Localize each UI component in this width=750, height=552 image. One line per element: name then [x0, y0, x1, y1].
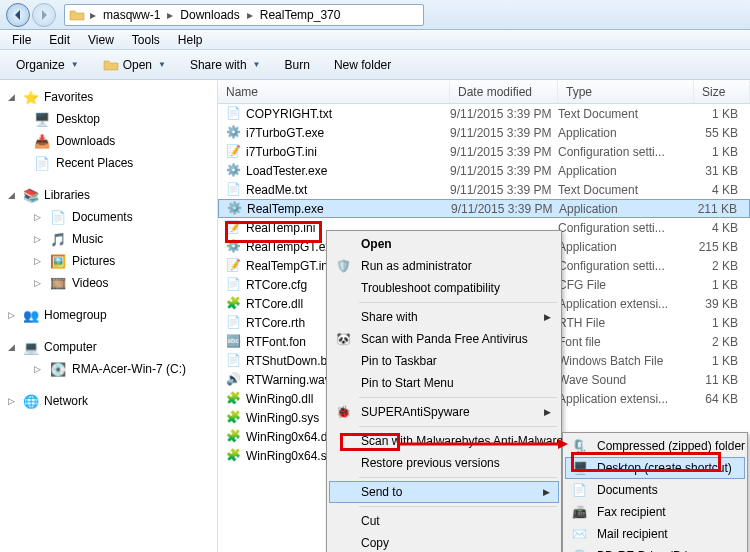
breadcrumb-segment[interactable]: RealTemp_370 — [254, 6, 347, 24]
file-size: 1 KB — [694, 278, 750, 292]
file-name: WinRing0x64.sys — [246, 449, 339, 463]
file-name: RealTempGT.exe — [246, 240, 338, 254]
file-row[interactable]: 📄ReadMe.txt9/11/2015 3:39 PMText Documen… — [218, 180, 750, 199]
file-icon: 🧩 — [226, 296, 242, 312]
bug-icon: 🐞 — [334, 403, 352, 421]
file-type: Application extensi... — [558, 392, 694, 406]
burn-button[interactable]: Burn — [275, 55, 320, 75]
tree-expand-icon: ▷ — [34, 212, 44, 222]
menu-help[interactable]: Help — [170, 31, 211, 49]
file-type: Font file — [558, 335, 694, 349]
file-name: COPYRIGHT.txt — [246, 107, 332, 121]
nav-desktop[interactable]: 🖥️Desktop — [4, 108, 217, 130]
menu-edit[interactable]: Edit — [41, 31, 78, 49]
file-type: Configuration setti... — [558, 259, 694, 273]
col-size[interactable]: Size — [694, 81, 750, 103]
chevron-right-icon: ▸ — [246, 8, 254, 22]
new-folder-button[interactable]: New folder — [324, 55, 401, 75]
nav-downloads[interactable]: 📥Downloads — [4, 130, 217, 152]
navigation-pane: ◢ ⭐ Favorites 🖥️Desktop 📥Downloads 📄Rece… — [0, 80, 218, 552]
tree-expand-icon: ▷ — [34, 364, 44, 374]
nav-libraries[interactable]: ◢ 📚 Libraries — [4, 184, 217, 206]
menu-file[interactable]: File — [4, 31, 39, 49]
nav-recent-places[interactable]: 📄Recent Places — [4, 152, 217, 174]
sendto-bdre-drive[interactable]: 💿 BD-RE Drive (D:) — [565, 545, 745, 552]
panda-icon: 🐼 — [334, 330, 352, 348]
nav-network[interactable]: ▷ 🌐 Network — [4, 390, 217, 412]
tree-expand-icon: ▷ — [8, 396, 18, 406]
desktop-icon: 🖥️ — [571, 459, 589, 477]
file-type: Text Document — [558, 183, 694, 197]
nav-drive-c[interactable]: ▷💽RMA-Acer-Win-7 (C:) — [4, 358, 217, 380]
address-bar[interactable]: ▸ masqww-1 ▸ Downloads ▸ RealTemp_370 — [64, 4, 424, 26]
file-name: i7TurboGT.exe — [246, 126, 324, 140]
tree-expand-icon: ▷ — [34, 278, 44, 288]
nav-pictures[interactable]: ▷🖼️Pictures — [4, 250, 217, 272]
file-size: 64 KB — [694, 392, 750, 406]
shield-icon: 🛡️ — [334, 257, 352, 275]
file-row[interactable]: 📄COPYRIGHT.txt9/11/2015 3:39 PMText Docu… — [218, 104, 750, 123]
file-row[interactable]: ⚙️i7TurboGT.exe9/11/2015 3:39 PMApplicat… — [218, 123, 750, 142]
column-headers: Name Date modified Type Size — [218, 80, 750, 104]
file-type: Wave Sound — [558, 373, 694, 387]
file-row[interactable]: ⚙️RealTemp.exe9/11/2015 3:39 PMApplicati… — [218, 199, 750, 218]
ctx-troubleshoot[interactable]: Troubleshoot compatibility — [329, 277, 559, 299]
col-name[interactable]: Name — [218, 81, 450, 103]
ctx-pin-taskbar[interactable]: Pin to Taskbar — [329, 350, 559, 372]
breadcrumb-segment[interactable]: masqww-1 — [97, 6, 166, 24]
ctx-pin-startmenu[interactable]: Pin to Start Menu — [329, 372, 559, 394]
nav-homegroup[interactable]: ▷ 👥 Homegroup — [4, 304, 217, 326]
file-type: RTH File — [558, 316, 694, 330]
forward-button[interactable] — [32, 3, 56, 27]
ctx-open[interactable]: Open — [329, 233, 559, 255]
nav-videos[interactable]: ▷🎞️Videos — [4, 272, 217, 294]
sendto-mail[interactable]: ✉️ Mail recipient — [565, 523, 745, 545]
breadcrumb-segment[interactable]: Downloads — [174, 6, 245, 24]
organize-button[interactable]: Organize▼ — [6, 55, 89, 75]
nav-music[interactable]: ▷🎵Music — [4, 228, 217, 250]
nav-computer[interactable]: ◢ 💻 Computer — [4, 336, 217, 358]
sendto-fax[interactable]: 📠 Fax recipient — [565, 501, 745, 523]
arrow-left-icon — [12, 9, 24, 21]
sendto-compressed[interactable]: 🗜️ Compressed (zipped) folder — [565, 435, 745, 457]
nav-favorites[interactable]: ◢ ⭐ Favorites — [4, 86, 217, 108]
ctx-superantispyware[interactable]: 🐞 SUPERAntiSpyware▶ — [329, 401, 559, 423]
sendto-desktop-shortcut[interactable]: 🖥️ Desktop (create shortcut) — [565, 457, 745, 479]
file-size: 211 KB — [695, 202, 749, 216]
nav-documents[interactable]: ▷📄Documents — [4, 206, 217, 228]
menu-view[interactable]: View — [80, 31, 122, 49]
titlebar: ▸ masqww-1 ▸ Downloads ▸ RealTemp_370 — [0, 0, 750, 30]
col-type[interactable]: Type — [558, 81, 694, 103]
folder-icon — [69, 7, 85, 23]
ctx-copy[interactable]: Copy — [329, 532, 559, 552]
documents-icon: 📄 — [50, 209, 66, 225]
context-menu: Open 🛡️ Run as administrator Troubleshoo… — [326, 230, 562, 552]
col-date[interactable]: Date modified — [450, 81, 558, 103]
file-icon: 🧩 — [226, 429, 242, 445]
menu-tools[interactable]: Tools — [124, 31, 168, 49]
ctx-cut[interactable]: Cut — [329, 510, 559, 532]
ctx-restore-versions[interactable]: Restore previous versions — [329, 452, 559, 474]
file-row[interactable]: 📝i7TurboGT.ini9/11/2015 3:39 PMConfigura… — [218, 142, 750, 161]
sendto-documents[interactable]: 📄 Documents — [565, 479, 745, 501]
file-icon: ⚙️ — [226, 239, 242, 255]
ctx-send-to[interactable]: Send to▶ — [329, 481, 559, 503]
ctx-run-as-admin[interactable]: 🛡️ Run as administrator — [329, 255, 559, 277]
ctx-share-with[interactable]: Share with▶ — [329, 306, 559, 328]
mail-icon: ✉️ — [570, 525, 588, 543]
file-size: 31 KB — [694, 164, 750, 178]
back-button[interactable] — [6, 3, 30, 27]
file-row[interactable]: ⚙️LoadTester.exe9/11/2015 3:39 PMApplica… — [218, 161, 750, 180]
drive-icon: 💽 — [50, 361, 66, 377]
file-icon: 📝 — [226, 144, 242, 160]
file-name: RTCore.dll — [246, 297, 303, 311]
file-size: 4 KB — [694, 221, 750, 235]
file-name: LoadTester.exe — [246, 164, 327, 178]
file-icon: 📄 — [226, 106, 242, 122]
open-button[interactable]: Open▼ — [93, 54, 176, 76]
tree-collapse-icon: ◢ — [8, 190, 18, 200]
ctx-scan-panda[interactable]: 🐼 Scan with Panda Free Antivirus — [329, 328, 559, 350]
file-name: RealTemp.exe — [247, 202, 324, 216]
ctx-scan-malwarebytes[interactable]: Scan with Malwarebytes Anti-Malware — [329, 430, 559, 452]
share-with-button[interactable]: Share with▼ — [180, 55, 271, 75]
